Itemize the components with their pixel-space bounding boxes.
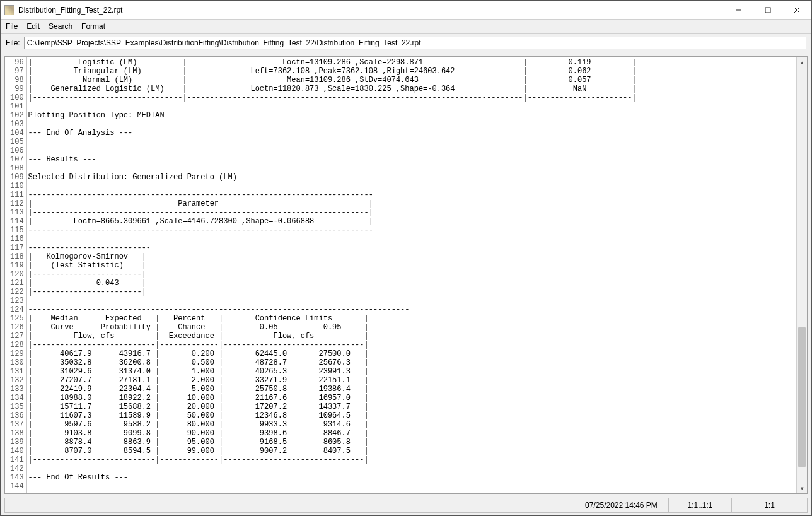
maximize-button[interactable] [753, 1, 782, 19]
minimize-button[interactable] [724, 1, 753, 19]
editor-area: 96 97 98 99 100 101 102 103 104 105 106 … [4, 56, 808, 494]
status-selection: 1:1..1:1 [668, 498, 731, 512]
status-spacer [5, 498, 574, 512]
svg-rect-1 [765, 8, 770, 13]
vertical-scrollbar[interactable]: ▴ ▾ [796, 57, 807, 493]
statusbar: 07/25/2022 14:46 PM 1:1..1:1 1:1 [4, 498, 808, 513]
scroll-down-button[interactable]: ▾ [797, 483, 807, 493]
window-controls [724, 1, 811, 19]
titlebar: Distribution_Fitting_Test_22.rpt [1, 1, 811, 20]
status-zoom: 1:1 [731, 498, 807, 512]
app-window: Distribution_Fitting_Test_22.rpt File Ed… [0, 0, 812, 516]
menu-format[interactable]: Format [81, 22, 105, 31]
app-icon [4, 5, 14, 15]
menu-search[interactable]: Search [49, 22, 72, 31]
menubar: File Edit Search Format [1, 20, 811, 34]
menu-file[interactable]: File [6, 22, 18, 31]
line-number-gutter: 96 97 98 99 100 101 102 103 104 105 106 … [5, 57, 27, 493]
file-path-label: File: [6, 38, 20, 47]
scroll-thumb[interactable] [798, 327, 806, 467]
file-path-input[interactable] [24, 37, 806, 49]
window-title: Distribution_Fitting_Test_22.rpt [18, 6, 724, 15]
file-path-bar: File: [1, 34, 811, 52]
close-button[interactable] [782, 1, 811, 19]
scroll-up-button[interactable]: ▴ [797, 57, 807, 67]
text-content[interactable]: | Logistic (LM) | Loctn=13109.286 ,Scale… [27, 57, 796, 493]
menu-edit[interactable]: Edit [26, 22, 40, 31]
status-datetime: 07/25/2022 14:46 PM [574, 498, 668, 512]
